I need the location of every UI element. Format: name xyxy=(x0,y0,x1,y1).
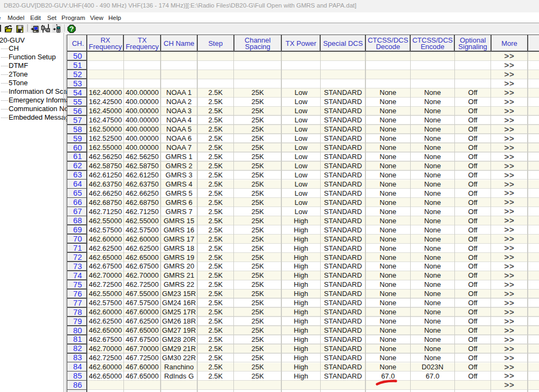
svg-text:?: ? xyxy=(70,25,74,33)
